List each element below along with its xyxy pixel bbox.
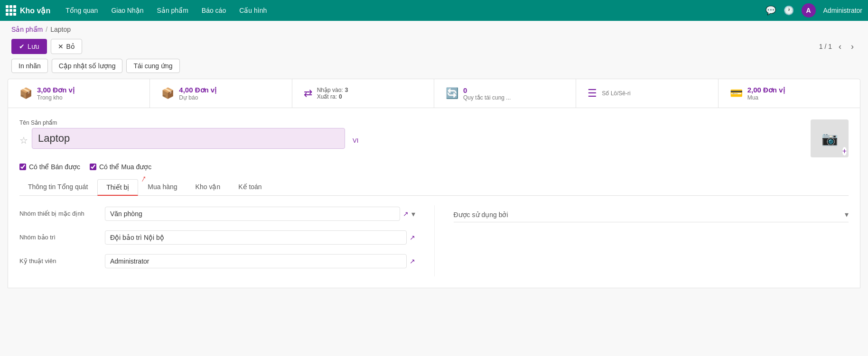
menu-item-cauhinh[interactable]: Cấu hình xyxy=(233,4,272,17)
stat-replenish-rules[interactable]: 🔄 0 Quy tắc tái cung ... xyxy=(434,79,576,108)
app-logo[interactable]: Kho vận xyxy=(6,5,50,16)
technician-input[interactable] xyxy=(105,254,407,268)
pagination: 1 / 1 ‹ › xyxy=(819,41,857,53)
stat-in-row: Nhập vào: 3 xyxy=(317,87,348,93)
device-group-link-icon[interactable]: ↗ xyxy=(403,210,409,218)
device-group-label: Nhóm thiết bị mặc định xyxy=(19,210,105,218)
stat-replenish-label: Quy tắc tái cung ... xyxy=(463,94,511,101)
update-qty-button[interactable]: Cập nhật số lượng xyxy=(52,59,123,73)
stats-bar: 📦 3,00 Đơn vị Trong kho 📦 4,00 Đơn vị Dự… xyxy=(8,79,860,108)
menu-item-sanpham[interactable]: Sản phẩm xyxy=(151,4,194,17)
breadcrumb: Sản phẩm / Laptop xyxy=(0,21,868,36)
breadcrumb-parent[interactable]: Sản phẩm xyxy=(11,26,43,33)
add-photo-icon: + xyxy=(842,147,847,155)
device-group-dropdown-icon[interactable]: ▾ xyxy=(411,210,415,219)
used-by-dropdown-icon[interactable]: ▾ xyxy=(845,210,849,219)
admin-label: Administrator xyxy=(823,7,862,14)
grid-icon xyxy=(6,5,16,16)
lang-badge[interactable]: VI xyxy=(349,135,362,146)
menu-item-tongquan[interactable]: Tổng quan xyxy=(60,4,103,17)
maintenance-group-link-icon[interactable]: ↗ xyxy=(410,234,415,241)
forecast-icon: 📦 xyxy=(161,87,174,100)
save-button[interactable]: ✔ Lưu xyxy=(11,39,47,54)
pagination-text: 1 / 1 xyxy=(819,43,832,50)
form-row-technician: Kỹ thuật viên ↗ xyxy=(19,253,415,270)
main-menu: Tổng quan Giao Nhận Sản phẩm Báo cáo Cấu… xyxy=(60,4,765,17)
favorite-button[interactable]: ☆ xyxy=(19,135,28,146)
tab-thietbi[interactable]: Thiết bị ↑ xyxy=(97,179,138,196)
can-sell-checkbox[interactable]: Có thể Bán được xyxy=(19,163,80,171)
tab-muahang[interactable]: Mua hàng xyxy=(139,179,186,196)
breadcrumb-current: Laptop xyxy=(50,26,71,33)
product-name-input[interactable] xyxy=(32,128,345,149)
used-by-header: Được sử dụng bởi ▾ xyxy=(454,205,849,222)
list-icon: ☰ xyxy=(588,87,597,100)
arrows-icon: ⇄ xyxy=(304,87,312,100)
discard-button[interactable]: ✕ Bỏ xyxy=(51,39,82,54)
photo-upload[interactable]: 📷 + xyxy=(811,119,849,157)
x-icon: ✕ xyxy=(58,43,64,50)
next-button[interactable]: › xyxy=(848,41,857,53)
main-form: Tên Sản phẩm ☆ VI 📷 + Có thể Bán được Có… xyxy=(8,108,860,288)
secondary-action-bar: In nhãn Cập nhật số lượng Tái cung ứng xyxy=(0,59,868,79)
can-buy-checkbox[interactable]: Có thể Mua được xyxy=(90,163,151,171)
stat-out-row: Xuất ra: 0 xyxy=(317,93,348,100)
product-name-label: Tên Sản phẩm xyxy=(19,119,803,126)
breadcrumb-separator: / xyxy=(46,26,47,33)
stat-replenish-value: 0 xyxy=(463,86,511,94)
tab-ketoan[interactable]: Kế toán xyxy=(230,179,270,196)
stat-forecast-label: Dự báo xyxy=(179,94,216,101)
card-icon: 💳 xyxy=(730,87,743,100)
prev-button[interactable]: ‹ xyxy=(836,41,844,53)
action-bar: ✔ Lưu ✕ Bỏ 1 / 1 ‹ › xyxy=(0,36,868,59)
stat-forecast-value: 4,00 Đơn vị xyxy=(179,86,216,94)
camera-icon: 📷 xyxy=(821,131,838,146)
form-row-maintenance-group: Nhóm bảo trì ↗ xyxy=(19,229,415,246)
stat-purchase-label: Mua xyxy=(747,94,785,101)
checkbox-row: Có thể Bán được Có thể Mua được xyxy=(19,163,849,171)
stat-inout[interactable]: ⇄ Nhập vào: 3 Xuất ra: 0 xyxy=(292,79,434,108)
print-label-button[interactable]: In nhãn xyxy=(11,59,48,73)
menu-item-giaonhan[interactable]: Giao Nhận xyxy=(105,4,149,17)
device-group-input[interactable] xyxy=(105,207,400,221)
tab-thongtin[interactable]: Thông tin Tổng quát xyxy=(19,179,96,196)
checkmark-icon: ✔ xyxy=(19,43,25,50)
refresh-icon: 🔄 xyxy=(446,87,458,100)
tab-khovan[interactable]: Kho vận xyxy=(187,179,229,196)
stat-lot-label: Số Lô/Sê-ri xyxy=(602,90,630,97)
app-name: Kho vận xyxy=(20,6,50,15)
top-navigation: Kho vận Tổng quan Giao Nhận Sản phẩm Báo… xyxy=(0,0,868,21)
top-nav-right: 💬 🕐 A Administrator xyxy=(765,3,862,18)
used-by-label: Được sử dụng bởi xyxy=(454,211,508,219)
tabs: Thông tin Tổng quát Thiết bị ↑ Mua hàng … xyxy=(19,179,849,196)
stat-instock-value: 3,00 Đơn vị xyxy=(37,86,75,94)
stat-purchase-value: 2,00 Đơn vị xyxy=(747,86,785,94)
stat-purchase[interactable]: 💳 2,00 Đơn vị Mua xyxy=(719,79,860,108)
chat-icon[interactable]: 💬 xyxy=(765,5,776,16)
maintenance-group-label: Nhóm bảo trì xyxy=(19,233,105,242)
form-row-device-group: Nhóm thiết bị mặc định ↗ ▾ xyxy=(19,205,415,222)
stat-instock-label: Trong kho xyxy=(37,94,75,101)
technician-link-icon[interactable]: ↗ xyxy=(410,257,415,265)
maintenance-group-input[interactable] xyxy=(105,230,407,245)
menu-item-baocao[interactable]: Báo cáo xyxy=(196,4,232,17)
boxes-icon: 📦 xyxy=(19,87,32,100)
stat-lot-serial[interactable]: ☰ Số Lô/Sê-ri xyxy=(576,79,718,108)
technician-label: Kỹ thuật viên xyxy=(19,257,105,265)
clock-icon[interactable]: 🕐 xyxy=(784,5,794,16)
stat-in-stock[interactable]: 📦 3,00 Đơn vị Trong kho xyxy=(8,79,150,108)
action-bar-left: ✔ Lưu ✕ Bỏ xyxy=(11,39,82,54)
avatar: A xyxy=(802,3,816,18)
stat-forecast[interactable]: 📦 4,00 Đơn vị Dự báo xyxy=(150,79,292,108)
replenish-button[interactable]: Tái cung ứng xyxy=(126,59,179,73)
